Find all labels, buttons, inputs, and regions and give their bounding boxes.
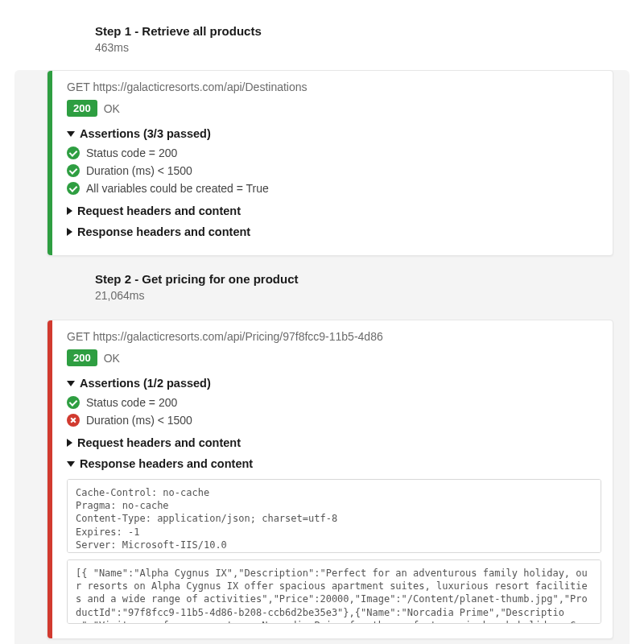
response-headers-toggle[interactable]: Response headers and content [67,223,601,241]
check-icon [67,164,80,177]
request-headers-label: Request headers and content [77,436,241,449]
status-row: 200 OK [67,100,601,117]
cross-icon [67,414,80,427]
assertions-toggle[interactable]: Assertions (1/2 passed) [67,374,601,392]
request-headers-label: Request headers and content [77,204,241,217]
assertion-row: Duration (ms) < 1500 [67,411,601,429]
assertion-text: Duration (ms) < 1500 [86,164,192,177]
step-card: GET https://galacticresorts.com/api/Pric… [47,320,613,639]
request-line: GET https://galacticresorts.com/api/Pric… [67,330,601,343]
step-duration: 463ms [95,41,630,54]
status-row: 200 OK [67,349,601,366]
step-duration: 21,064ms [95,289,613,302]
chevron-right-icon [67,207,72,215]
assertion-row: Duration (ms) < 1500 [67,162,601,180]
request-headers-toggle[interactable]: Request headers and content [67,434,601,452]
assertion-row: Status code = 200 [67,394,601,411]
step-card: GET https://galacticresorts.com/api/Dest… [47,70,613,256]
assertions-label: Assertions (3/3 passed) [80,127,211,140]
chevron-right-icon [67,228,72,236]
response-headers-label: Response headers and content [80,457,253,470]
assertion-text: All variables could be created = True [86,182,269,195]
check-icon [67,396,80,409]
assertions-toggle[interactable]: Assertions (3/3 passed) [67,125,601,142]
request-line: GET https://galacticresorts.com/api/Dest… [67,80,601,93]
response-headers-label: Response headers and content [77,225,250,238]
response-headers-toggle[interactable]: Response headers and content [67,455,601,473]
status-code-badge: 200 [67,349,97,366]
status-code-badge: 200 [67,100,97,117]
assertion-text: Status code = 200 [86,147,177,159]
chevron-down-icon [67,461,75,467]
chevron-right-icon [67,439,72,447]
status-text: OK [104,102,120,115]
request-headers-toggle[interactable]: Request headers and content [67,202,601,220]
assertions-label: Assertions (1/2 passed) [80,377,211,390]
response-body-content[interactable]: [{ "Name":"Alpha Cygnus IX","Description… [67,559,601,624]
check-icon [67,182,80,195]
chevron-down-icon [67,381,75,386]
assertion-text: Status code = 200 [86,396,177,409]
assertion-list: Status code = 200 Duration (ms) < 1500 [67,394,601,429]
step-title: Step 2 - Get pricing for one product [95,272,613,286]
response-headers-content[interactable]: Cache-Control: no-cache Pragma: no-cache… [67,479,601,553]
chevron-down-icon [67,131,75,137]
assertion-row: Status code = 200 [67,144,601,162]
status-text: OK [104,352,120,365]
assertion-text: Duration (ms) < 1500 [86,414,192,427]
step-title: Step 1 - Retrieve all products [95,24,630,38]
check-icon [67,147,80,159]
results-container: GET https://galacticresorts.com/api/Dest… [14,70,630,644]
assertion-row: All variables could be created = True [67,180,601,197]
assertion-list: Status code = 200 Duration (ms) < 1500 A… [67,144,601,197]
